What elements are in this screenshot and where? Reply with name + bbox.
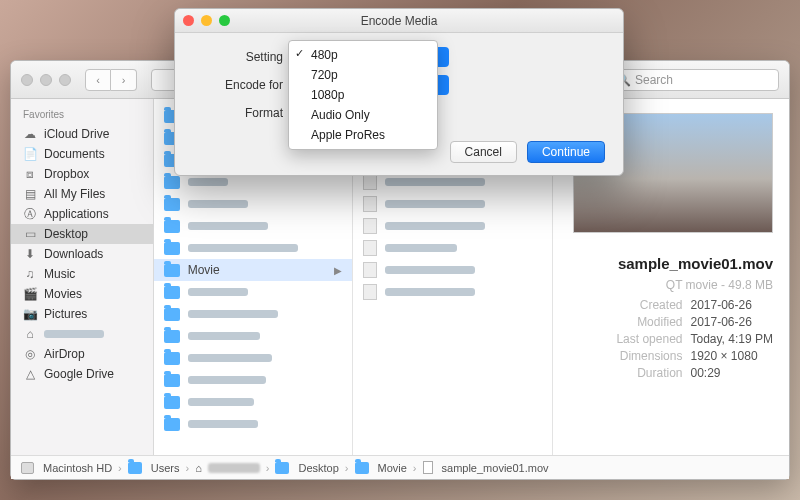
folder-row-blurred[interactable] xyxy=(154,369,353,391)
downloads-icon: ⬇ xyxy=(23,247,37,261)
sidebar-item-label: All My Files xyxy=(44,187,105,201)
path-user-blurred[interactable] xyxy=(208,463,260,473)
file-row-blurred[interactable] xyxy=(353,215,552,237)
folder-row-blurred[interactable] xyxy=(154,347,353,369)
search-input[interactable]: 🔍 Search xyxy=(609,69,779,91)
folder-row-blurred[interactable] xyxy=(154,281,353,303)
music-icon: ♫ xyxy=(23,267,37,281)
folder-row-blurred[interactable] xyxy=(154,303,353,325)
path-desktop[interactable]: Desktop xyxy=(298,462,338,474)
blurred-label xyxy=(188,332,260,340)
folder-row-blurred[interactable] xyxy=(154,413,353,435)
dropdown-option-720p[interactable]: 720p xyxy=(289,65,437,85)
tl-min[interactable] xyxy=(40,74,52,86)
file-icon xyxy=(363,218,377,234)
folder-row-blurred[interactable] xyxy=(154,237,353,259)
sidebar-item-dropbox[interactable]: ⧈Dropbox xyxy=(11,164,153,184)
file-icon xyxy=(363,262,377,278)
preview-metadata: Created2017-06-26Modified2017-06-26Last … xyxy=(573,298,773,380)
sidebar-item-label: Downloads xyxy=(44,247,103,261)
blurred-label xyxy=(188,222,268,230)
meta-value: 2017-06-26 xyxy=(690,315,773,329)
folder-row-blurred[interactable] xyxy=(154,215,353,237)
file-row-blurred[interactable] xyxy=(353,281,552,303)
sidebar-item-movies[interactable]: 🎬Movies xyxy=(11,284,153,304)
folder-row-blurred[interactable] xyxy=(154,193,353,215)
sidebar-item-home[interactable]: ⌂ xyxy=(11,324,153,344)
sidebar-item-desktop[interactable]: ▭Desktop xyxy=(11,224,153,244)
file-row-blurred[interactable] xyxy=(353,193,552,215)
folder-icon xyxy=(164,242,180,255)
blurred-label xyxy=(385,244,457,252)
movies-icon: 🎬 xyxy=(23,287,37,301)
blurred-label xyxy=(385,200,485,208)
blurred-label xyxy=(385,266,475,274)
app-icon: Ⓐ xyxy=(23,207,37,221)
sidebar-item-all-my-files[interactable]: ▤All My Files xyxy=(11,184,153,204)
folder-icon xyxy=(164,286,180,299)
chevron-right-icon: ▶ xyxy=(334,265,342,276)
meta-key: Created xyxy=(616,298,682,312)
dropdown-option-480p[interactable]: 480p xyxy=(289,45,437,65)
sidebar-item-downloads[interactable]: ⬇Downloads xyxy=(11,244,153,264)
meta-key: Duration xyxy=(616,366,682,380)
airdrop-icon: ◎ xyxy=(23,347,37,361)
dlg-close[interactable] xyxy=(183,15,194,26)
path-users[interactable]: Users xyxy=(151,462,180,474)
continue-button[interactable]: Continue xyxy=(527,141,605,163)
folder-row-blurred[interactable] xyxy=(154,325,353,347)
sidebar-item-icloud-drive[interactable]: ☁iCloud Drive xyxy=(11,124,153,144)
nav-back-forward: ‹ › xyxy=(85,69,137,91)
sidebar-item-label: AirDrop xyxy=(44,347,85,361)
blurred-label xyxy=(188,398,254,406)
blurred-label xyxy=(188,288,248,296)
file-icon xyxy=(363,284,377,300)
folder-icon xyxy=(355,462,369,474)
sidebar-item-applications[interactable]: ⒶApplications xyxy=(11,204,153,224)
folder-row-blurred[interactable] xyxy=(154,391,353,413)
nav-forward-button[interactable]: › xyxy=(111,69,137,91)
setting-dropdown: 480p720p1080pAudio OnlyApple ProRes xyxy=(288,40,438,150)
label-format: Format xyxy=(193,106,283,120)
sidebar-item-documents[interactable]: 📄Documents xyxy=(11,144,153,164)
meta-key: Modified xyxy=(616,315,682,329)
sidebar-item-music[interactable]: ♫Music xyxy=(11,264,153,284)
nav-back-button[interactable]: ‹ xyxy=(85,69,111,91)
meta-key: Dimensions xyxy=(616,349,682,363)
tl-max[interactable] xyxy=(59,74,71,86)
path-hd[interactable]: Macintosh HD xyxy=(43,462,112,474)
meta-value: 1920 × 1080 xyxy=(690,349,773,363)
dialog-titlebar: Encode Media xyxy=(175,9,623,33)
folder-icon xyxy=(164,418,180,431)
sidebar-item-label: iCloud Drive xyxy=(44,127,109,141)
folder-icon xyxy=(128,462,142,474)
sidebar-item-airdrop[interactable]: ◎AirDrop xyxy=(11,344,153,364)
cancel-button[interactable]: Cancel xyxy=(450,141,517,163)
blurred-label xyxy=(188,420,258,428)
dropdown-option-apple-prores[interactable]: Apple ProRes xyxy=(289,125,437,145)
tl-close[interactable] xyxy=(21,74,33,86)
desktop-icon: ▭ xyxy=(23,227,37,241)
sidebar-item-google-drive[interactable]: △Google Drive xyxy=(11,364,153,384)
sidebar-item-pictures[interactable]: 📷Pictures xyxy=(11,304,153,324)
hdd-icon xyxy=(21,462,34,474)
dlg-max[interactable] xyxy=(219,15,230,26)
sidebar-item-label: Dropbox xyxy=(44,167,89,181)
dropdown-option-1080p[interactable]: 1080p xyxy=(289,85,437,105)
dlg-min[interactable] xyxy=(201,15,212,26)
folder-icon xyxy=(164,198,180,211)
dropbox-icon: ⧈ xyxy=(23,167,37,181)
folder-row-movie[interactable]: Movie▶ xyxy=(154,259,353,281)
file-row-blurred[interactable] xyxy=(353,237,552,259)
dropdown-option-audio-only[interactable]: Audio Only xyxy=(289,105,437,125)
dialog-title: Encode Media xyxy=(361,14,438,28)
file-icon xyxy=(363,196,377,212)
sidebar-item-label xyxy=(44,327,104,341)
folder-icon xyxy=(164,264,180,277)
path-file[interactable]: sample_movie01.mov xyxy=(442,462,549,474)
search-placeholder: Search xyxy=(635,73,673,87)
file-row-blurred[interactable] xyxy=(353,259,552,281)
path-movie[interactable]: Movie xyxy=(378,462,407,474)
blurred-label xyxy=(385,288,475,296)
sidebar-item-label: Documents xyxy=(44,147,105,161)
